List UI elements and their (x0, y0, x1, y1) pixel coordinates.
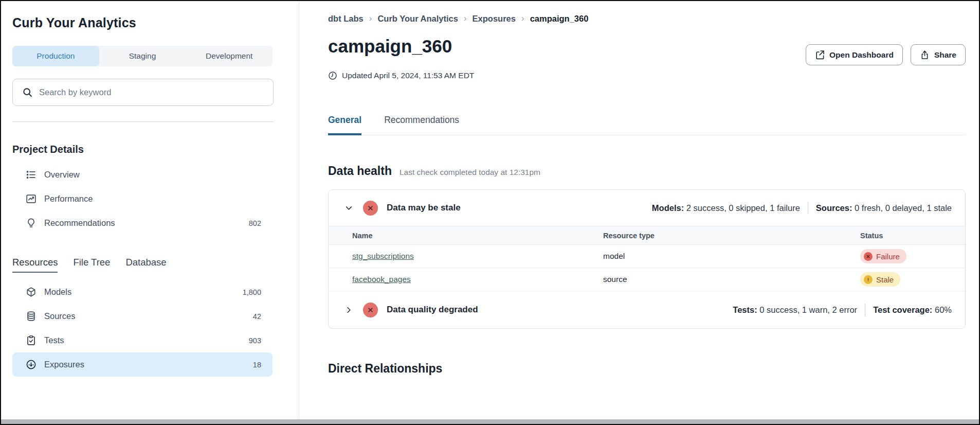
quality-group-row[interactable]: Data quality degraded Tests: 0 success, … (329, 291, 965, 328)
breadcrumb-current: campaign_360 (530, 14, 589, 24)
project-sidebar: Curb Your Analytics Production Staging D… (1, 1, 299, 419)
share-label: Share (934, 50, 956, 60)
sidebar-item-label: Recommendations (44, 218, 115, 228)
stat-divider (808, 202, 808, 214)
environment-switcher: Production Staging Development (12, 46, 273, 66)
table-header-row: Name Resource type Status (329, 226, 965, 245)
exposures-count: 18 (253, 361, 261, 369)
col-header-name: Name (352, 232, 603, 240)
breadcrumb-exposures[interactable]: Exposures (473, 14, 516, 24)
resource-type: source (603, 275, 860, 284)
tab-file-tree[interactable]: File Tree (73, 257, 110, 273)
sidebar-item-recommendations[interactable]: Recommendations 802 (12, 211, 273, 235)
open-dashboard-button[interactable]: Open Dashboard (806, 44, 903, 65)
project-details-nav: Overview Performance (12, 163, 273, 235)
x-circle-icon (864, 252, 873, 261)
breadcrumb-separator-icon (464, 13, 467, 24)
header-actions: Open Dashboard Share (806, 44, 966, 65)
chart-icon (26, 193, 37, 204)
sidebar-item-label: Exposures (44, 360, 84, 369)
quality-group-title: Data quality degraded (387, 305, 478, 315)
sidebar-item-overview[interactable]: Overview (12, 163, 273, 187)
table-row: stg_subscriptions model Failure (329, 245, 965, 268)
database-icon (26, 311, 37, 322)
lightbulb-icon (26, 218, 37, 228)
data-health-header: Data health Last check completed today a… (328, 164, 966, 178)
tests-stat: Tests: 0 success, 1 warn, 2 error (733, 305, 857, 315)
stale-group-title: Data may be stale (387, 203, 461, 213)
recommendations-count: 802 (249, 219, 261, 227)
data-health-heading: Data health (328, 164, 392, 178)
resources-nav: Models 1,800 Sources 42 (12, 280, 273, 377)
sidebar-divider (12, 121, 274, 122)
clock-icon (328, 71, 337, 80)
stale-resources-table: Name Resource type Status stg_subscripti… (329, 226, 965, 291)
sidebar-item-label: Tests (44, 335, 64, 345)
resource-type: model (603, 252, 860, 261)
warning-circle-icon (864, 275, 873, 284)
tab-general[interactable]: General (328, 115, 361, 135)
stale-group-stats: Models: 2 success, 0 skipped, 1 failure … (652, 202, 952, 214)
main-content: dbt Labs Curb Your Analytics Exposures c… (299, 1, 979, 419)
resource-view-tabs: Resources File Tree Database (12, 257, 273, 273)
detail-tabs: General Recommendations (328, 114, 966, 135)
open-dashboard-label: Open Dashboard (829, 50, 894, 60)
status-badge-failure: Failure (860, 249, 906, 263)
search-box[interactable] (12, 79, 274, 106)
breadcrumb: dbt Labs Curb Your Analytics Exposures c… (328, 13, 966, 24)
breadcrumb-separator-icon (521, 13, 524, 24)
sidebar-item-models[interactable]: Models 1,800 (12, 280, 273, 304)
list-icon (26, 169, 37, 180)
chevron-down-icon[interactable] (344, 203, 354, 213)
tab-database[interactable]: Database (125, 257, 166, 273)
sidebar-item-label: Models (44, 287, 71, 297)
sidebar-item-performance[interactable]: Performance (12, 187, 273, 211)
gauge-icon (26, 359, 37, 370)
search-input[interactable] (39, 87, 264, 97)
breadcrumb-account[interactable]: dbt Labs (328, 14, 364, 24)
search-icon (22, 87, 33, 98)
chevron-right-icon[interactable] (344, 305, 354, 315)
project-details-heading: Project Details (12, 144, 273, 155)
sidebar-item-tests[interactable]: Tests 903 (12, 328, 273, 352)
app-window: Curb Your Analytics Production Staging D… (1, 1, 979, 419)
clipboard-check-icon (26, 335, 37, 346)
sidebar-item-sources[interactable]: Sources 42 (12, 304, 273, 328)
models-count: 1,800 (243, 288, 261, 296)
coverage-stat: Test coverage: 60% (873, 305, 952, 315)
resource-link[interactable]: stg_subscriptions (352, 252, 414, 260)
table-row: facebook_pages source Stale (329, 268, 965, 291)
quality-group-stats: Tests: 0 success, 1 warn, 2 error Test c… (733, 304, 952, 316)
cube-icon (26, 287, 37, 297)
sources-stat: Sources: 0 fresh, 0 delayed, 1 stale (816, 203, 952, 213)
tests-count: 903 (249, 337, 261, 345)
sources-count: 42 (253, 312, 261, 321)
data-health-card: Data may be stale Models: 2 success, 0 s… (328, 189, 966, 329)
col-header-resource-type: Resource type (603, 232, 860, 240)
status-badge-stale: Stale (860, 272, 900, 287)
data-health-subtext: Last check completed today at 12:31pm (400, 168, 540, 177)
stat-divider (865, 304, 865, 316)
breadcrumb-project[interactable]: Curb Your Analytics (377, 14, 458, 24)
env-tab-production[interactable]: Production (12, 46, 99, 66)
share-button[interactable]: Share (911, 44, 966, 65)
breadcrumb-separator-icon (369, 13, 372, 24)
window-bottom-edge (1, 419, 979, 424)
env-tab-staging[interactable]: Staging (99, 46, 186, 66)
sidebar-item-label: Overview (44, 170, 80, 180)
tab-resources[interactable]: Resources (12, 257, 58, 273)
env-tab-development[interactable]: Development (186, 46, 273, 66)
project-title: Curb Your Analytics (12, 15, 273, 30)
tab-recommendations[interactable]: Recommendations (384, 115, 459, 135)
models-stat: Models: 2 success, 0 skipped, 1 failure (652, 203, 800, 213)
sidebar-item-exposures[interactable]: Exposures 18 (12, 352, 273, 377)
updated-timestamp: Updated April 5, 2024, 11:53 AM EDT (342, 71, 474, 80)
sidebar-item-label: Performance (44, 194, 93, 204)
sidebar-item-label: Sources (44, 311, 76, 321)
stale-group-row[interactable]: Data may be stale Models: 2 success, 0 s… (329, 190, 965, 226)
direct-relationships-heading: Direct Relationships (328, 362, 966, 376)
external-link-icon (815, 50, 825, 60)
share-icon (920, 50, 930, 60)
resource-link[interactable]: facebook_pages (352, 275, 411, 284)
updated-timestamp-row: Updated April 5, 2024, 11:53 AM EDT (328, 71, 966, 80)
